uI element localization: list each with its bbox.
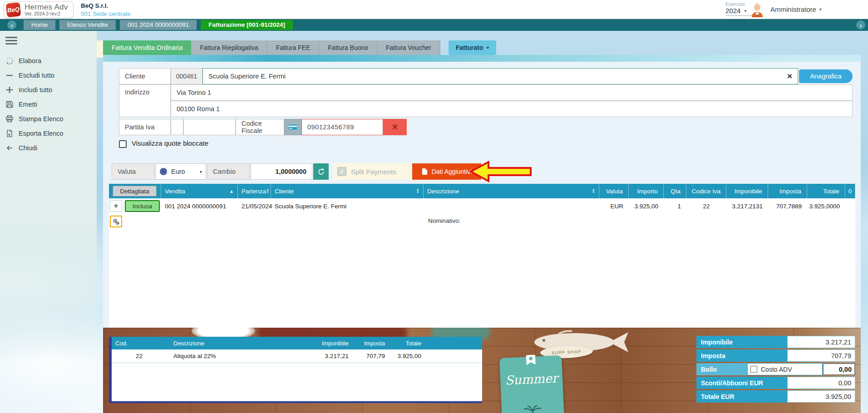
col-header-importo[interactable]: Importo xyxy=(629,184,664,198)
tab-fattura-fee[interactable]: Fattura FEE xyxy=(267,40,319,55)
row-detail-strip: Nominativo: xyxy=(109,214,855,229)
codice-fiscale-label: Codice Fiscale xyxy=(236,119,284,135)
col-header-imposta[interactable]: Imposta xyxy=(768,184,807,198)
export-icon xyxy=(5,129,14,138)
indirizzo-label: Indirizzo xyxy=(119,84,171,117)
sidebar-item-label: Elabora xyxy=(19,57,41,64)
cambio-input[interactable] xyxy=(251,164,312,179)
arrow-left-icon xyxy=(5,144,14,152)
codice-fiscale-input[interactable] xyxy=(302,119,383,135)
partita-iva-fieldwrap xyxy=(183,119,236,135)
dettagliata-button[interactable]: Dettagliata xyxy=(113,186,157,197)
iva-col-imposta: Imposta xyxy=(355,340,391,347)
col-header-imponibile[interactable]: Imponibile xyxy=(726,184,768,198)
branch-link[interactable]: 001 Sede centrale xyxy=(81,10,131,18)
indirizzo-line1-input[interactable] xyxy=(171,85,852,100)
partita-iva-input[interactable] xyxy=(184,119,235,135)
beq-logo-icon: BeQ xyxy=(5,2,21,17)
bollo-input[interactable] xyxy=(823,363,855,375)
col-header-cliente[interactable]: Cliente▲▼ xyxy=(271,184,424,198)
split-payments-checkbox[interactable]: ✓ xyxy=(337,167,346,176)
nominativo-label: Nominativo: xyxy=(428,217,460,224)
nav-tab-documento[interactable]: 001 2024 0000000091 xyxy=(120,20,197,30)
nav-tab-elenco-vendite[interactable]: Elenco Vendite xyxy=(59,20,116,30)
refresh-cambio-button[interactable] xyxy=(313,163,329,180)
indirizzo-line2-fieldwrap xyxy=(171,101,853,117)
visualizza-quote-checkbox[interactable] xyxy=(119,140,127,148)
chevron-down-icon: ▾ xyxy=(487,40,489,55)
table-row[interactable]: + Inclusa 001 2024 0000000091 21/05/2024… xyxy=(109,198,855,214)
grid-empty-area xyxy=(109,229,855,328)
col-header-codice-iva[interactable]: Codice Iva xyxy=(686,184,726,198)
indirizzo-line2-input[interactable] xyxy=(171,101,852,117)
iva-cell-imposta: 707,79 xyxy=(355,353,391,359)
iva-cell-imponibile: 3.217,21 xyxy=(319,353,355,359)
tab-fattura-buono[interactable]: Fattura Buono xyxy=(319,40,377,55)
indirizzo-line1-fieldwrap xyxy=(171,84,853,101)
app-logo[interactable]: BeQ Hermes Adv Ver. 2024.3 rev.2 xyxy=(4,1,74,18)
codice-fiscale-fieldwrap xyxy=(301,119,383,135)
nav-tab-home[interactable]: Home xyxy=(24,20,55,30)
tab-fattura-voucher[interactable]: Fattura Voucher xyxy=(377,40,440,55)
breadcrumb: Home Elenco Vendite 001 2024 0000000091 … xyxy=(24,20,293,30)
cliente-name-input[interactable] xyxy=(203,69,798,84)
partita-iva-prefix-field[interactable] xyxy=(171,119,183,135)
nav-forward-button[interactable]: › xyxy=(856,20,865,30)
iva-col-descrizione: Descrizione xyxy=(152,340,319,347)
sidebar-item-includi-tutto[interactable]: Includi tutto xyxy=(0,83,97,97)
row-count-badge: 0 xyxy=(845,184,855,198)
col-header-descrizione[interactable]: Descrizione▲▼ xyxy=(424,184,599,198)
tab-fattura-vendita-ordinaria[interactable]: Fattura Vendita Ordinaria xyxy=(103,40,191,55)
save-icon xyxy=(5,100,14,108)
valuta-value: Euro xyxy=(171,168,185,175)
col-header-valuta[interactable]: Valuta xyxy=(599,184,629,198)
cell-vendita: 001 2024 0000000091 xyxy=(161,198,238,214)
row-settings-button[interactable] xyxy=(110,216,122,227)
cell-valuta: EUR xyxy=(599,198,629,214)
summary-label: Sconti/Abbuoni EUR xyxy=(696,377,787,389)
chevron-down-icon: ▾ xyxy=(744,8,746,13)
printer-icon xyxy=(5,115,14,123)
col-header-vendita[interactable]: Vendita▲ xyxy=(161,184,238,198)
sidebar-item-label: Stampa Elenco xyxy=(19,115,63,123)
col-header-qta[interactable]: Qta xyxy=(664,184,686,198)
cell-qta: 1 xyxy=(664,198,686,214)
nav-tab-fatturazione[interactable]: Fatturazione [001-91/2024] xyxy=(201,20,293,30)
sidebar-item-label: Esporta Elenco xyxy=(19,130,63,137)
partita-iva-label: Partita Iva xyxy=(119,119,171,135)
nav-back-button[interactable]: ‹ xyxy=(7,20,16,30)
sidebar-item-emetti[interactable]: Emetti xyxy=(0,97,97,112)
top-bar: BeQ Hermes Adv Ver. 2024.3 rev.2 BeQ S.r… xyxy=(0,0,868,19)
codice-fiscale-card-button[interactable] xyxy=(284,119,301,135)
col-header-totale[interactable]: Totale xyxy=(807,184,845,198)
valuta-select[interactable]: Euro ▾ xyxy=(155,163,206,180)
app-title: Hermes Adv xyxy=(25,3,68,11)
tab-fattura-riepilogativa[interactable]: Fattura Riepilogativa xyxy=(191,40,267,55)
user-menu[interactable]: Amministratore ▾ xyxy=(770,5,822,13)
fatturato-dropdown[interactable]: Fatturato ▾ xyxy=(449,40,496,55)
summary-row-sconti: Sconti/Abbuoni EUR 0,00 xyxy=(696,377,855,389)
document-icon xyxy=(422,168,428,175)
codice-fiscale-error-button[interactable]: × xyxy=(383,119,407,135)
sidebar-item-elabora[interactable]: Elabora xyxy=(0,54,97,68)
anagrafica-button[interactable]: Anagrafica xyxy=(799,69,853,83)
dati-aggiuntivi-button[interactable]: Dati Aggiuntivi xyxy=(412,163,481,180)
user-avatar[interactable] xyxy=(749,2,765,18)
sidebar-item-label: Escludi tutto xyxy=(19,72,54,79)
sidebar-item-chiudi[interactable]: Chiudi xyxy=(0,141,97,155)
costo-adv-checkbox[interactable] xyxy=(750,366,757,373)
sidebar-item-escludi-tutto[interactable]: Escludi tutto xyxy=(0,68,97,83)
iva-summary-table: Cod. Descrizione Imponibile Imposta Tota… xyxy=(109,337,482,403)
sidebar-item-stampa-elenco[interactable]: Stampa Elenco xyxy=(0,112,97,126)
clear-icon[interactable]: × xyxy=(787,71,792,81)
menu-icon[interactable] xyxy=(5,37,17,46)
col-header-partenza[interactable]: Partenza▲▼ xyxy=(238,184,271,198)
cambio-label: Cambio xyxy=(207,163,250,180)
summary-row-imponibile: Imponibile 3.217,21 xyxy=(696,336,855,348)
expand-row-button[interactable]: + xyxy=(110,200,122,212)
valuta-label: Valuta xyxy=(112,163,154,180)
cliente-code-field[interactable]: 000461 xyxy=(171,68,202,84)
inclusa-toggle-button[interactable]: Inclusa xyxy=(125,200,160,212)
sidebar-item-esporta-elenco[interactable]: Esporta Elenco xyxy=(0,126,97,141)
cell-partenza: 21/05/2024 xyxy=(238,198,271,214)
